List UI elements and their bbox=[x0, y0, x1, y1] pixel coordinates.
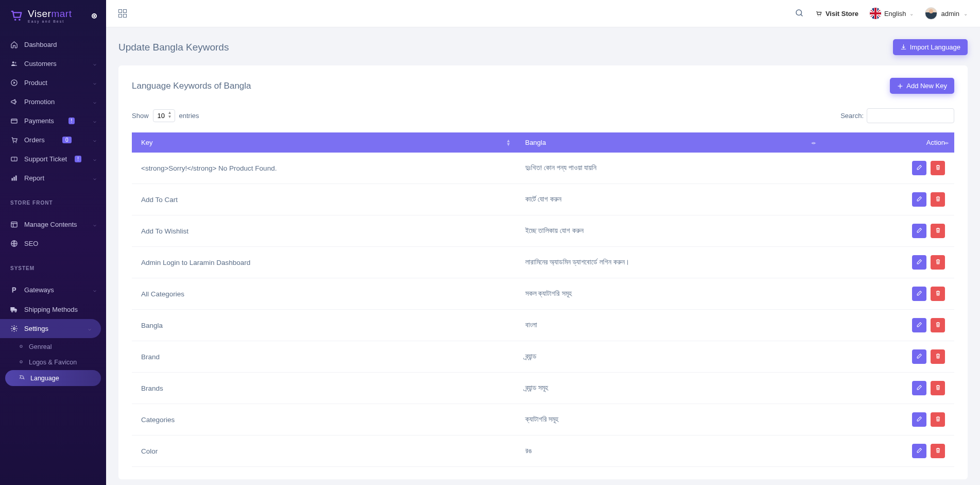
svg-point-21 bbox=[820, 15, 820, 16]
svg-point-17 bbox=[20, 345, 22, 347]
edit-button[interactable] bbox=[912, 444, 926, 458]
search-button[interactable] bbox=[795, 8, 804, 19]
chevron-down-icon: ⌵ bbox=[93, 137, 96, 143]
trash-icon bbox=[935, 415, 941, 424]
nav-label: Payments bbox=[24, 117, 54, 125]
nav-badge: 0 bbox=[62, 137, 72, 143]
svg-point-18 bbox=[20, 361, 22, 363]
delete-button[interactable] bbox=[931, 224, 945, 238]
nav-label: Support Ticket bbox=[24, 155, 67, 163]
edit-button[interactable] bbox=[912, 255, 926, 270]
trash-icon bbox=[935, 258, 941, 266]
nav-item-orders[interactable]: Orders 0 ⌵ bbox=[0, 130, 106, 149]
delete-button[interactable] bbox=[931, 318, 945, 332]
column-bangla[interactable]: Bangla◂▸ bbox=[516, 132, 821, 153]
sub-item-language[interactable]: Language bbox=[5, 370, 101, 386]
delete-button[interactable] bbox=[931, 255, 945, 270]
nav-item-settings[interactable]: Settings ⌵ bbox=[0, 319, 101, 338]
sub-item-genreal[interactable]: Genreal bbox=[0, 339, 106, 355]
cell-action bbox=[821, 184, 954, 215]
chevron-down-icon: ⌄ bbox=[909, 11, 914, 16]
pencil-icon bbox=[916, 321, 923, 329]
svg-rect-5 bbox=[11, 119, 16, 123]
cell-key: Add To Cart bbox=[132, 184, 516, 215]
import-language-button[interactable]: Import Language bbox=[893, 39, 968, 55]
users-icon bbox=[10, 60, 18, 68]
edit-button[interactable] bbox=[912, 349, 926, 364]
edit-button[interactable] bbox=[912, 161, 926, 175]
cart-icon bbox=[10, 136, 18, 144]
sidebar-pin-toggle[interactable] bbox=[92, 13, 97, 19]
table-row: Brands ব্র্যান্ড সমূহ bbox=[132, 373, 954, 404]
layout-icon bbox=[10, 221, 18, 228]
table-row: Admin Login to Laramin Dashboard লারামিন… bbox=[132, 247, 954, 278]
cell-bangla: রঙ bbox=[516, 436, 821, 467]
nav-label: Orders bbox=[24, 136, 45, 144]
nav-item-seo[interactable]: SEO bbox=[0, 234, 106, 253]
edit-button[interactable] bbox=[912, 192, 926, 207]
uk-flag-icon bbox=[870, 8, 881, 19]
table-row: Color রঙ bbox=[132, 436, 954, 467]
cell-action bbox=[821, 153, 954, 184]
add-new-key-button[interactable]: Add New Key bbox=[890, 78, 954, 94]
column-key[interactable]: Key▲▼ bbox=[132, 132, 516, 153]
visit-store-link[interactable]: Visit Store bbox=[815, 10, 858, 18]
brand-name-b: mart bbox=[51, 8, 72, 19]
nav-item-support-ticket[interactable]: Support Ticket ! ⌵ bbox=[0, 149, 106, 169]
nav-label: SEO bbox=[24, 240, 38, 247]
entries-select[interactable]: 10 bbox=[153, 109, 175, 122]
user-menu[interactable]: admin ⌄ bbox=[925, 7, 968, 20]
cell-key: Bangla bbox=[132, 310, 516, 341]
gear-icon bbox=[10, 325, 18, 332]
delete-button[interactable] bbox=[931, 412, 945, 427]
sort-icon: ▲▼ bbox=[506, 139, 511, 146]
delete-button[interactable] bbox=[931, 381, 945, 395]
nav-item-payments[interactable]: Payments ! ⌵ bbox=[0, 111, 106, 130]
nav-heading-system: SYSTEM bbox=[0, 258, 106, 275]
cell-bangla: ব্র্যান্ড bbox=[516, 341, 821, 373]
edit-button[interactable] bbox=[912, 381, 926, 395]
edit-button[interactable] bbox=[912, 287, 926, 301]
sub-item-logos-&-favicon[interactable]: Logos & Favicon bbox=[0, 355, 106, 370]
column-action: Action◂▸ bbox=[821, 132, 954, 153]
trash-icon bbox=[935, 195, 941, 204]
svg-point-20 bbox=[818, 15, 818, 16]
fullscreen-toggle[interactable] bbox=[118, 9, 128, 18]
chevron-down-icon: ⌵ bbox=[93, 61, 96, 66]
nav-item-manage-contents[interactable]: Manage Contents ⌵ bbox=[0, 215, 106, 234]
delete-button[interactable] bbox=[931, 287, 945, 301]
brand-logo[interactable]: Visermart Easy and Best bbox=[0, 0, 106, 30]
delete-button[interactable] bbox=[931, 349, 945, 364]
nav-item-shipping-methods[interactable]: Shipping Methods bbox=[0, 299, 106, 319]
nav-item-customers[interactable]: Customers ⌵ bbox=[0, 54, 106, 73]
visit-store-label: Visit Store bbox=[826, 10, 858, 18]
cell-key: <strong>Sorry!</strong> No Product Found… bbox=[132, 153, 516, 184]
import-button-label: Import Language bbox=[910, 43, 960, 51]
nav-item-product[interactable]: Product ⌵ bbox=[0, 73, 106, 92]
ticket-icon bbox=[10, 155, 18, 163]
nav-item-dashboard[interactable]: Dashboard bbox=[0, 35, 106, 54]
edit-button[interactable] bbox=[912, 224, 926, 238]
nav-item-report[interactable]: Report ⌵ bbox=[0, 169, 106, 188]
edit-button[interactable] bbox=[912, 318, 926, 332]
cell-bangla: ব্র্যান্ড সমূহ bbox=[516, 373, 821, 404]
table-row: All Categories সকল ক্যাটাগরি সমূহ bbox=[132, 278, 954, 310]
delete-button[interactable] bbox=[931, 192, 945, 207]
delete-button[interactable] bbox=[931, 444, 945, 458]
cell-bangla: বাংলা bbox=[516, 310, 821, 341]
edit-button[interactable] bbox=[912, 412, 926, 427]
chevron-down-icon: ⌵ bbox=[93, 80, 96, 86]
cell-bangla: ইচ্ছে তালিকায় যোগ করুন bbox=[516, 215, 821, 247]
language-switcher[interactable]: English ⌄ bbox=[870, 8, 914, 19]
nav-label: Customers bbox=[24, 60, 57, 68]
nav-item-promotion[interactable]: Promotion ⌵ bbox=[0, 92, 106, 111]
home-icon bbox=[10, 41, 18, 48]
language-label: English bbox=[884, 10, 906, 18]
table-row: Add To Cart কার্টে যোগ করুন bbox=[132, 184, 954, 215]
search-input[interactable] bbox=[867, 108, 954, 123]
sidebar: Visermart Easy and Best Dashboard Custom… bbox=[0, 0, 106, 485]
svg-point-16 bbox=[13, 328, 15, 330]
pencil-icon bbox=[916, 195, 923, 204]
nav-item-gateways[interactable]: Gateways ⌵ bbox=[0, 280, 106, 299]
delete-button[interactable] bbox=[931, 161, 945, 175]
